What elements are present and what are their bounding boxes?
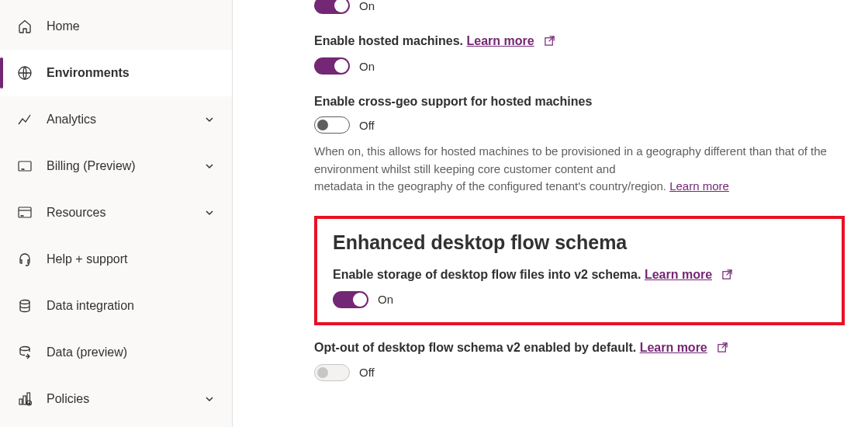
sidebar-item-help-support[interactable]: Help + support	[0, 236, 232, 283]
learn-more-link[interactable]: Learn more	[467, 34, 534, 47]
toggle-state-label: On	[359, 60, 375, 73]
sidebar-item-analytics[interactable]: Analytics	[0, 96, 232, 143]
home-icon	[17, 19, 33, 34]
sidebar-item-label: Data integration	[47, 299, 215, 313]
chevron-down-icon	[204, 114, 215, 125]
svg-rect-10	[23, 396, 26, 404]
external-link-icon	[717, 342, 728, 356]
policies-icon	[17, 391, 33, 407]
sidebar: Home Environments Analytics Billing (Pre…	[0, 0, 233, 427]
billing-icon	[17, 158, 33, 174]
sidebar-item-label: Home	[47, 19, 215, 33]
svg-point-2	[22, 169, 22, 170]
resources-icon	[17, 205, 33, 220]
svg-rect-9	[19, 399, 22, 404]
svg-rect-1	[19, 161, 31, 171]
toggle-state-label: On	[378, 293, 393, 306]
sidebar-item-data-integration[interactable]: Data integration	[0, 283, 232, 329]
svg-point-6	[22, 216, 23, 217]
sidebar-item-policies[interactable]: Policies	[0, 376, 232, 422]
chevron-down-icon	[204, 207, 215, 218]
toggle-unknown-top[interactable]	[314, 0, 350, 14]
globe-icon	[17, 65, 33, 81]
setting-label-hosted-machines: Enable hosted machines.	[314, 34, 463, 47]
toggle-opt-out	[314, 364, 350, 381]
main-content: On Enable hosted machines. Learn more On…	[233, 0, 868, 427]
setting-label-cross-geo: Enable cross-geo support for hosted mach…	[314, 95, 592, 108]
enhanced-desktop-flow-schema-section: Enhanced desktop flow schema Enable stor…	[314, 216, 845, 325]
sidebar-item-data-preview[interactable]: Data (preview)	[0, 329, 232, 376]
svg-rect-4	[19, 207, 31, 217]
sidebar-item-label: Policies	[47, 392, 204, 406]
external-link-icon	[544, 35, 555, 50]
svg-point-3	[23, 169, 24, 170]
svg-point-5	[21, 216, 22, 217]
chevron-down-icon	[204, 161, 215, 172]
toggle-state-label: Off	[359, 366, 375, 379]
sidebar-item-label: Analytics	[47, 113, 204, 127]
sidebar-item-environments[interactable]: Environments	[0, 50, 232, 96]
sidebar-item-label: Environments	[47, 66, 215, 80]
analytics-icon	[17, 112, 33, 127]
cross-geo-help-text: When on, this allows for hosted machines…	[314, 143, 868, 196]
data-integration-icon	[17, 298, 33, 314]
svg-point-8	[20, 347, 29, 351]
external-link-icon	[721, 269, 733, 283]
sidebar-item-home[interactable]: Home	[0, 3, 232, 50]
toggle-enable-v2-schema[interactable]	[333, 291, 368, 308]
data-preview-icon	[17, 345, 33, 360]
sidebar-item-label: Resources	[47, 206, 204, 220]
sidebar-item-billing[interactable]: Billing (Preview)	[0, 143, 232, 189]
setting-label-opt-out: Opt-out of desktop flow schema v2 enable…	[314, 341, 636, 354]
sidebar-item-label: Billing (Preview)	[47, 159, 204, 173]
learn-more-link[interactable]: Learn more	[645, 268, 712, 281]
toggle-state-label: On	[359, 0, 375, 12]
section-title: Enhanced desktop flow schema	[333, 231, 826, 254]
chevron-down-icon	[204, 394, 215, 404]
toggle-cross-geo[interactable]	[314, 116, 350, 134]
headset-icon	[17, 252, 33, 267]
sidebar-item-label: Data (preview)	[47, 345, 215, 359]
svg-point-7	[20, 300, 29, 304]
sidebar-item-label: Help + support	[47, 252, 215, 266]
setting-label-enable-v2: Enable storage of desktop flow files int…	[333, 268, 641, 281]
sidebar-item-resources[interactable]: Resources	[0, 189, 232, 236]
learn-more-link[interactable]: Learn more	[669, 179, 729, 193]
learn-more-link[interactable]: Learn more	[640, 341, 707, 354]
toggle-hosted-machines[interactable]	[314, 57, 350, 75]
toggle-state-label: Off	[359, 119, 375, 132]
